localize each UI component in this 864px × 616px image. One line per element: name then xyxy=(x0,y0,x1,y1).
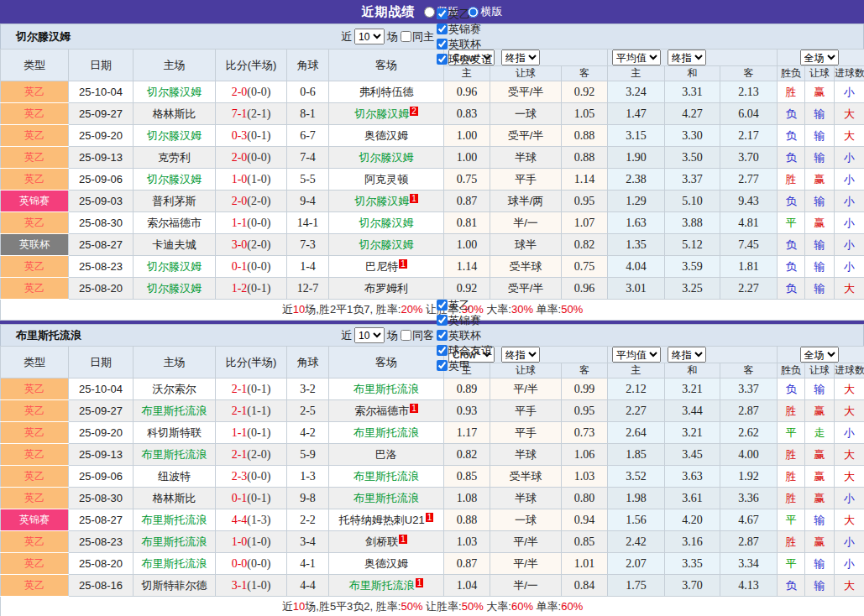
team-name[interactable]: 布里斯托流浪 xyxy=(142,535,207,548)
odds-time-select[interactable]: 终指 xyxy=(501,347,540,363)
team-name[interactable]: 切尔滕汉姆 xyxy=(359,151,414,164)
away-odds: 1.05 xyxy=(562,103,608,125)
same-venue-checkbox-input[interactable] xyxy=(401,31,411,42)
away-team-cell: 布里斯托流浪 xyxy=(329,422,444,444)
team-name[interactable]: 布里斯托流浪 xyxy=(142,405,207,417)
corner-cell: 5-9 xyxy=(287,444,329,466)
team-name[interactable]: 布罗姆利 xyxy=(364,282,408,295)
team-name[interactable]: 切尔滕汉姆 xyxy=(147,260,202,273)
team-name[interactable]: 布里斯托流浪 xyxy=(349,579,415,592)
league-filter-英联杯[interactable]: 英联杯 xyxy=(437,328,492,343)
league-filter-球会友谊[interactable]: 球会友谊 xyxy=(437,52,492,67)
team-name[interactable]: 奥德汉姆 xyxy=(364,129,408,142)
team-name[interactable]: 切尔滕汉姆 xyxy=(147,129,202,142)
section-header: 切尔滕汉姆 近 10 场 同主 英乙英锦赛英联杯球会友谊 xyxy=(0,23,864,49)
avg-away-odds: 2.77 xyxy=(720,169,778,191)
team-name[interactable]: 普利茅斯 xyxy=(153,195,196,207)
scope-select[interactable]: 全场 xyxy=(800,50,839,65)
match-row: 英乙25-09-06切尔滕汉姆1-0(1-0)5-5阿克灵顿0.75平手1.14… xyxy=(1,169,864,191)
league-checkbox-input[interactable] xyxy=(437,8,448,19)
team-name[interactable]: 阿克灵顿 xyxy=(364,173,408,185)
score-cell: 0-1(0-0) xyxy=(216,256,287,278)
score-cell: 1-1(0-1) xyxy=(216,422,287,444)
team-name[interactable]: 布里斯托流浪 xyxy=(353,492,419,504)
league-filter-英甲[interactable]: 英甲 xyxy=(437,358,492,373)
avg-time-select[interactable]: 终指 xyxy=(668,347,706,363)
avg-draw-odds: 4.27 xyxy=(665,103,720,125)
team-name[interactable]: 切尔滕汉姆 xyxy=(354,107,409,120)
fulltime-score: 2-1 xyxy=(232,383,248,395)
team-name[interactable]: 布里斯托流浪 xyxy=(142,514,207,526)
league-filter-label: 英乙 xyxy=(448,7,470,22)
scope-select[interactable]: 全场 xyxy=(800,347,839,363)
team-name[interactable]: 沃尔索尔 xyxy=(153,383,196,395)
league-checkbox-input[interactable] xyxy=(437,23,448,34)
team-name[interactable]: 格林斯比 xyxy=(153,492,196,504)
team-name[interactable]: 克劳利 xyxy=(158,151,191,164)
halftime-score: (1-3) xyxy=(247,514,270,526)
team-name[interactable]: 布里斯托流浪 xyxy=(353,426,419,439)
team-name[interactable]: 切斯特菲尔德 xyxy=(142,579,207,592)
team-name[interactable]: 切尔滕汉姆 xyxy=(147,173,202,185)
avg-source-select[interactable]: 平均值 xyxy=(612,347,661,363)
odds-time-select[interactable]: 终指 xyxy=(501,50,540,65)
team-name[interactable]: 切尔滕汉姆 xyxy=(147,86,202,98)
halftime-score: (2-0) xyxy=(247,195,270,207)
team-name[interactable]: 格林斯比 xyxy=(153,107,196,120)
team-name[interactable]: 索尔福德市 xyxy=(354,405,409,417)
league-checkbox-input[interactable] xyxy=(437,345,448,356)
score-cell: 2-3(0-0) xyxy=(216,466,287,488)
team-name[interactable]: 弗利特伍德 xyxy=(359,86,414,98)
home-odds: 1.00 xyxy=(444,125,490,147)
home-team-cell: 科切斯特联 xyxy=(134,422,216,444)
team-name[interactable]: 卡迪夫城 xyxy=(153,238,196,251)
away-odds: 0.75 xyxy=(562,256,608,278)
team-name[interactable]: 切尔滕汉姆 xyxy=(359,217,414,229)
team-name[interactable]: 切尔滕汉姆 xyxy=(147,282,202,295)
team-name[interactable]: 科切斯特联 xyxy=(147,426,202,439)
fulltime-score: 0-0 xyxy=(232,557,248,570)
league-filter-英锦赛[interactable]: 英锦赛 xyxy=(437,313,492,328)
league-filter-球会友谊[interactable]: 球会友谊 xyxy=(437,343,492,358)
same-venue-checkbox[interactable]: 同主 xyxy=(401,29,434,44)
league-filter-英锦赛[interactable]: 英锦赛 xyxy=(437,22,492,37)
avg-home-odds: 1.75 xyxy=(608,575,665,597)
team-name[interactable]: 切尔滕汉姆 xyxy=(359,238,414,251)
team-name[interactable]: 剑桥联 xyxy=(365,535,398,548)
league-filter-英乙[interactable]: 英乙 xyxy=(437,7,492,22)
league-checkbox-input[interactable] xyxy=(437,39,448,50)
handicap-line: 半/一 xyxy=(490,212,562,234)
league-filter-英乙[interactable]: 英乙 xyxy=(437,298,492,313)
goals-result: 大 xyxy=(835,378,864,400)
team-name[interactable]: 巴尼特 xyxy=(365,260,398,273)
team-name[interactable]: 布里斯托流浪 xyxy=(353,470,419,483)
team-name[interactable]: 巴洛 xyxy=(375,448,397,461)
near-count-select[interactable]: 10 xyxy=(354,29,385,44)
team-name[interactable]: 托特纳姆热刺U21 xyxy=(339,514,425,526)
same-venue-checkbox[interactable]: 同客 xyxy=(401,328,434,343)
corner-cell: 9-8 xyxy=(287,488,329,509)
league-filter-英联杯[interactable]: 英联杯 xyxy=(437,37,492,52)
near-count-select[interactable]: 10 xyxy=(354,327,385,343)
matches-table: 类型 日期 主场 比分(半场) 角球 客场 Crow* 终指 平均值 终指 全场 xyxy=(0,346,864,616)
avg-time-select[interactable]: 终指 xyxy=(668,50,706,65)
league-checkbox-input[interactable] xyxy=(437,315,448,326)
score-cell: 3-1(1-0) xyxy=(216,575,287,597)
team-name[interactable]: 奥德汉姆 xyxy=(364,557,408,570)
team-name[interactable]: 布里斯托流浪 xyxy=(142,448,207,461)
league-filter-group: 英乙英锦赛英联杯球会友谊 xyxy=(437,7,492,67)
avg-source-select[interactable]: 平均值 xyxy=(612,50,661,65)
team-name[interactable]: 布里斯托流浪 xyxy=(142,557,207,570)
league-type-cell: 英乙 xyxy=(1,278,69,300)
team-name[interactable]: 索尔福德市 xyxy=(147,217,202,229)
league-checkbox-input[interactable] xyxy=(437,54,448,65)
league-checkbox-input[interactable] xyxy=(437,300,448,311)
halftime-score: (0-0) xyxy=(247,217,270,229)
team-name[interactable]: 纽波特 xyxy=(158,470,191,483)
league-checkbox-input[interactable] xyxy=(437,330,448,341)
team-name[interactable]: 布里斯托流浪 xyxy=(353,383,419,395)
same-venue-checkbox-input[interactable] xyxy=(401,330,411,341)
league-checkbox-input[interactable] xyxy=(437,360,448,371)
team-name[interactable]: 切尔滕汉姆 xyxy=(354,195,409,207)
match-row: 英乙25-09-13克劳利2-0(0-0)7-4切尔滕汉姆1.00半球0.881… xyxy=(1,147,864,169)
